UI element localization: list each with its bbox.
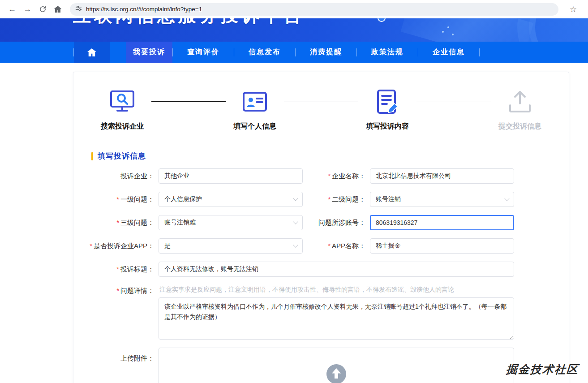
is-app-select[interactable]: 是 [159, 238, 303, 254]
banner-decoration-dot [447, 26, 449, 28]
juejin-watermark: 掘金技术社区 [506, 362, 579, 377]
step-connector [151, 101, 226, 102]
nav-item-complain[interactable]: 我要投诉 [126, 42, 172, 63]
complaint-card: 搜索投诉企业 填写个人信息 填写投诉内容 [73, 72, 569, 383]
step-label: 搜索投诉企业 [101, 122, 144, 131]
issue3-label: *三级问题： [116, 215, 154, 230]
nav-item-info[interactable]: 信息发布 [234, 42, 295, 63]
site-title-badge-icon [378, 18, 386, 22]
chevron-down-icon [293, 242, 298, 247]
account-label: 问题所涉账号： [318, 215, 365, 230]
company-name-input[interactable]: 北京北比信息技术有限公司 [370, 168, 514, 184]
nav-item-policy[interactable]: 政策法规 [357, 42, 418, 63]
section-title: 填写投诉信息 [98, 151, 146, 161]
section-heading: 填写投诉信息 [91, 151, 569, 161]
issue2-label: *二级问题： [328, 192, 365, 207]
nav-item-enterprise[interactable]: 企业信息 [418, 42, 479, 63]
detail-label: *问题详情： [116, 285, 154, 295]
issue1-label: *一级问题： [116, 192, 154, 207]
issue2-select[interactable]: 账号注销 [370, 192, 514, 207]
upload-tray-icon [506, 88, 533, 115]
chevron-down-icon [293, 196, 298, 201]
home-icon[interactable] [51, 3, 64, 16]
nav-home-button[interactable] [74, 42, 110, 63]
banner-decoration-rings [529, 18, 588, 42]
step-label: 填写个人信息 [233, 122, 276, 131]
forward-icon[interactable]: → [21, 3, 34, 16]
step-personal-info: 填写个人信息 [226, 88, 284, 131]
issue1-select[interactable]: 个人信息保护 [159, 192, 303, 207]
id-card-icon [241, 88, 268, 115]
url-text: https://ts.isc.org.cn/#/complaint/info?t… [86, 6, 202, 13]
upload-dropzone[interactable] [159, 348, 514, 383]
complaint-form: 投诉企业： 其他企业 *企业名称： 北京北比信息技术有限公司 *一级问题： 个人… [73, 168, 569, 383]
company-input[interactable]: 其他企业 [159, 168, 303, 184]
step-submit: 提交投诉信息 [491, 88, 549, 131]
app-name-label: *APP名称： [328, 238, 365, 254]
banner-decoration-dot [442, 31, 444, 33]
step-connector [284, 102, 358, 102]
back-icon[interactable]: ← [5, 3, 19, 16]
step-label: 提交投诉信息 [498, 122, 541, 131]
detail-hint: 注意实事求是反应问题，注意文明用语，不得使用攻击性、侮辱性的言语，不得发布造谣、… [159, 285, 514, 294]
issue3-select[interactable]: 账号注销难 [159, 215, 303, 230]
site-title: 互联网信息服务投诉平台 [73, 18, 305, 24]
upload-label: 上传附件： [120, 348, 154, 363]
nav-separator [479, 48, 480, 56]
monitor-search-icon [109, 88, 136, 115]
section-accent-bar [91, 152, 93, 160]
complaint-title-input[interactable]: 个人资料无法修改，账号无法注销 [159, 262, 514, 277]
main-nav: 我要投诉 查询评价 信息发布 消费提醒 政策法规 企业信息 [0, 42, 588, 63]
chevron-down-icon [293, 219, 298, 224]
company-name-label: *企业名称： [328, 168, 365, 184]
banner-decoration-stripe [401, 18, 534, 42]
step-connector [416, 102, 491, 102]
bookmark-star-icon[interactable]: ☆ [567, 3, 580, 16]
reload-icon[interactable] [36, 3, 49, 16]
step-label: 填写投诉内容 [366, 122, 409, 131]
banner-decoration-dot [452, 34, 454, 35]
address-bar[interactable]: https://ts.isc.org.cn/#/complaint/info?t… [70, 3, 558, 16]
app-name-input[interactable]: 稀土掘金 [370, 238, 514, 254]
nav-item-consumer-alert[interactable]: 消费提醒 [296, 42, 356, 63]
company-label: 投诉企业： [120, 168, 154, 184]
detail-cell: 注意实事求是反应问题，注意文明用语，不得使用攻击性、侮辱性的言语，不得发布造谣、… [159, 285, 514, 340]
tune-icon[interactable] [75, 5, 82, 13]
step-indicator: 搜索投诉企业 填写个人信息 填写投诉内容 [93, 88, 549, 131]
nav-item-query[interactable]: 查询评价 [173, 42, 234, 63]
document-edit-icon [374, 88, 401, 115]
house-icon [87, 48, 97, 57]
detail-textarea[interactable]: 该企业以严格审核资料为借口不作为，几个月催审核修改个人资料无果，无奈注销账号超过… [159, 297, 514, 340]
account-input[interactable]: 806319316327 [370, 215, 514, 230]
cloud-upload-icon [326, 363, 347, 383]
step-complaint-content: 填写投诉内容 [358, 88, 416, 131]
chevron-down-icon [504, 196, 509, 201]
site-banner: 互联网信息服务投诉平台 [0, 18, 588, 42]
browser-toolbar: ← → https://ts.isc.org.cn/#/complaint/in… [0, 0, 588, 18]
complaint-title-label: *投诉标题： [116, 262, 154, 277]
step-search-company: 搜索投诉企业 [93, 88, 151, 131]
is-app-label: *是否投诉企业APP： [90, 238, 154, 254]
